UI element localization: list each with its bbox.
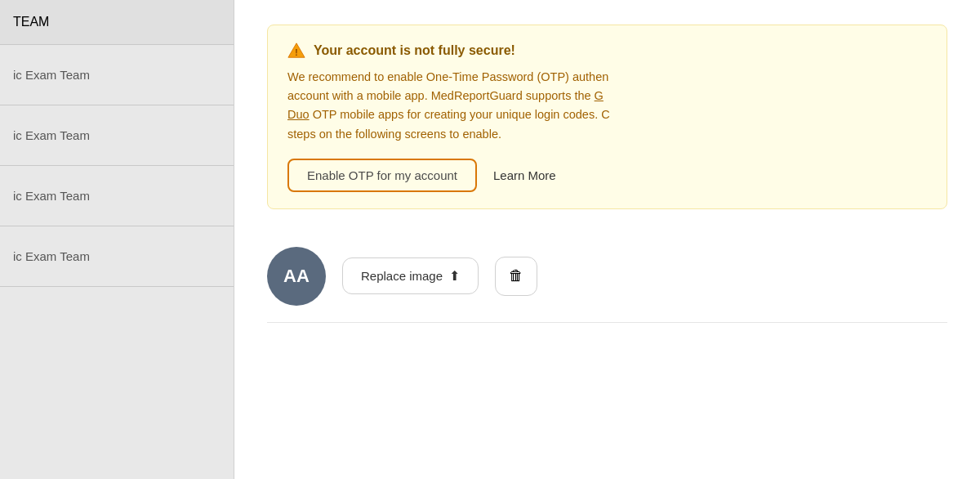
svg-text:!: ! <box>295 48 297 57</box>
sidebar-item-4[interactable]: ic Exam Team <box>0 226 234 287</box>
sidebar: TEAM ic Exam Team ic Exam Team ic Exam T… <box>0 0 234 479</box>
warning-icon: ! <box>287 42 305 60</box>
sidebar-item-label: ic Exam Team <box>13 249 90 263</box>
alert-actions: Enable OTP for my account Learn More <box>287 159 927 192</box>
avatar: AA <box>267 247 326 306</box>
alert-title-row: ! Your account is not fully secure! <box>287 42 927 60</box>
sidebar-item-2[interactable]: ic Exam Team <box>0 105 234 166</box>
upload-icon: ⬆ <box>449 268 460 284</box>
alert-body: We recommend to enable One-Time Password… <box>287 68 927 144</box>
sidebar-item-1[interactable]: ic Exam Team <box>0 45 234 105</box>
main-content: ! Your account is not fully secure! We r… <box>234 0 980 479</box>
google-authenticator-link[interactable]: G <box>595 89 604 102</box>
sidebar-item-label: ic Exam Team <box>13 128 90 142</box>
learn-more-button[interactable]: Learn More <box>493 168 556 182</box>
delete-image-button[interactable]: 🗑 <box>495 257 537 296</box>
profile-section: AA Replace image ⬆ 🗑 <box>267 239 947 323</box>
sidebar-header-label: TEAM <box>13 15 49 29</box>
trash-icon: 🗑 <box>509 267 523 284</box>
security-alert-box: ! Your account is not fully secure! We r… <box>267 25 947 209</box>
sidebar-item-label: ic Exam Team <box>13 68 90 82</box>
sidebar-item-3[interactable]: ic Exam Team <box>0 166 234 226</box>
sidebar-item-label: ic Exam Team <box>13 189 90 203</box>
replace-image-label: Replace image <box>361 269 443 283</box>
sidebar-header: TEAM <box>0 0 234 45</box>
alert-title: Your account is not fully secure! <box>314 43 515 58</box>
enable-otp-button[interactable]: Enable OTP for my account <box>287 159 477 192</box>
replace-image-button[interactable]: Replace image ⬆ <box>342 257 479 294</box>
avatar-initials: AA <box>283 266 310 287</box>
duo-link[interactable]: Duo <box>287 108 310 121</box>
